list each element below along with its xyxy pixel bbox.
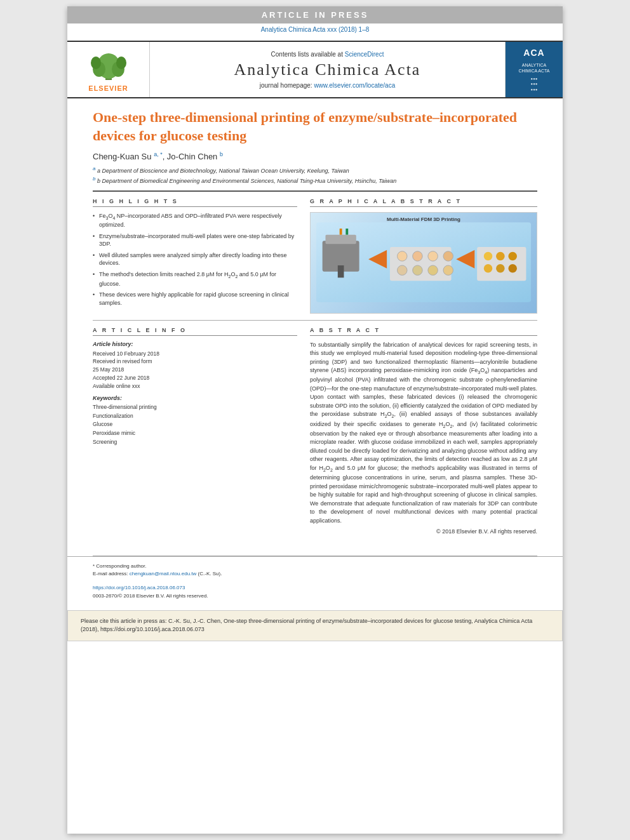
highlights-header: H I G H L I G H T S xyxy=(93,198,297,207)
rights-text: 0003-2670/© 2018 Elsevier B.V. All right… xyxy=(93,593,537,599)
available-online: Available online xxx xyxy=(93,382,297,390)
elsevier-tree-icon xyxy=(86,47,131,82)
svg-rect-23 xyxy=(477,247,526,281)
article-info-header: A R T I C L E I N F O xyxy=(93,327,297,336)
keywords-label: Keywords: xyxy=(93,395,297,401)
highlights-col: H I G H L I G H T S Fe3O4 NP–incorporate… xyxy=(93,198,297,314)
doi-line: Analytica Chimica Acta xxx (2018) 1–8 xyxy=(67,23,563,36)
article-in-press-banner: ARTICLE IN PRESS xyxy=(67,6,563,23)
email-suffix: (C.-K. Su). xyxy=(198,571,222,577)
highlight-3: Well diluted samples were analyzed simpl… xyxy=(93,251,297,267)
divider-after-affiliations xyxy=(93,190,537,192)
svg-point-29 xyxy=(508,264,517,273)
citation-text: Please cite this article in press as: C.… xyxy=(81,618,532,633)
svg-point-19 xyxy=(413,265,422,275)
keyword-1: Three-dimensional printing xyxy=(93,403,297,412)
highlight-1: Fe3O4 NP–incorporated ABS and OPD–infilt… xyxy=(93,212,297,229)
copyright-text: © 2018 Elsevier B.V. All rights reserved… xyxy=(310,528,537,537)
svg-point-24 xyxy=(484,252,493,261)
svg-point-20 xyxy=(428,265,438,275)
footer-area: * Corresponding author. E-mail address: … xyxy=(67,556,563,605)
highlight-2: Enzyme/substrate–incorporated multi-well… xyxy=(93,232,297,248)
homepage-line: journal homepage: www.elsevier.com/locat… xyxy=(260,82,395,89)
revised-date: 25 May 2018 xyxy=(93,366,297,374)
accepted-date: Accepted 22 June 2018 xyxy=(93,374,297,382)
svg-point-28 xyxy=(496,264,505,273)
article-title: One-step three-dimensional printing of e… xyxy=(93,109,537,145)
svg-point-4 xyxy=(91,57,101,69)
history-label: Article history: xyxy=(93,341,297,347)
info-abstract-section: A R T I C L E I N F O Article history: R… xyxy=(93,327,537,537)
journal-center: Contents lists available at ScienceDirec… xyxy=(150,42,506,97)
contents-label: Contents lists available at ScienceDirec… xyxy=(271,51,384,58)
banner-text: ARTICLE IN PRESS xyxy=(262,10,369,20)
doi-footer-link[interactable]: https://doi.org/10.1016/j.aca.2018.06.07… xyxy=(93,585,537,590)
svg-point-21 xyxy=(443,265,453,275)
email-line: E-mail address: chengkuan@mail.ntou.edu.… xyxy=(93,571,537,577)
highlights-graphical-section: H I G H L I G H T S Fe3O4 NP–incorporate… xyxy=(93,198,537,314)
abstract-header: A B S T R A C T xyxy=(310,327,537,336)
article-page: ARTICLE IN PRESS Analytica Chimica Acta … xyxy=(67,6,563,834)
svg-point-26 xyxy=(508,252,517,261)
svg-point-25 xyxy=(496,252,505,261)
main-content: One-step three-dimensional printing of e… xyxy=(67,98,563,556)
keyword-2: Functionalization xyxy=(93,412,297,421)
abstract-text: To substantially simplify the fabricatio… xyxy=(310,341,537,537)
keyword-5: Screening xyxy=(93,438,297,447)
graphical-abstract-image: Multi-Material FDM 3D Printing xyxy=(310,212,537,314)
highlight-5: These devices were highly applicable for… xyxy=(93,291,297,307)
divider-mid xyxy=(93,320,537,321)
graphical-abstract-header: G R A P H I C A L A B S T R A C T xyxy=(310,198,537,207)
keyword-4: Peroxidase mimic xyxy=(93,429,297,438)
citation-box: Please cite this article in press as: C.… xyxy=(67,610,563,641)
graphical-abstract-svg xyxy=(316,220,531,305)
ga-label: Multi-Material FDM 3D Printing xyxy=(387,217,460,222)
revised-label: Received in revised form xyxy=(93,357,297,366)
svg-rect-9 xyxy=(338,265,344,277)
elsevier-label: ELSEVIER xyxy=(88,84,128,92)
svg-point-17 xyxy=(443,251,453,261)
journal-right-logo: ACA ANALYTICACHIMICA ACTA ●●●●●●●●● xyxy=(506,42,563,97)
keyword-3: Glucose xyxy=(93,420,297,429)
doi-line-text: Analytica Chimica Acta xxx (2018) 1–8 xyxy=(261,26,370,33)
received-date: Received 10 February 2018 xyxy=(93,350,297,358)
highlight-4: The method's detection limits reached 2.… xyxy=(93,270,297,288)
elsevier-logo-area: ELSEVIER xyxy=(67,42,150,97)
graphical-abstract-col: G R A P H I C A L A B S T R A C T Multi-… xyxy=(310,198,537,314)
corresponding-note: * Corresponding author. xyxy=(93,563,537,569)
svg-point-16 xyxy=(428,251,438,261)
abstract-col: A B S T R A C T To substantially simplif… xyxy=(310,327,537,537)
svg-point-15 xyxy=(413,251,422,261)
svg-point-27 xyxy=(484,264,493,273)
email-link[interactable]: chengkuan@mail.ntou.edu.tw xyxy=(130,571,197,577)
svg-point-5 xyxy=(116,57,126,69)
affiliation-a: a a Department of Bioscience and Biotech… xyxy=(93,166,537,174)
affiliation-b: b b Department of Biomedical Engineering… xyxy=(93,176,537,184)
journal-logo-text: ACA ANALYTICACHIMICA ACTA ●●●●●●●●● xyxy=(519,47,550,92)
svg-point-14 xyxy=(397,251,406,261)
svg-point-18 xyxy=(397,265,406,275)
journal-title: Analytica Chimica Acta xyxy=(234,60,421,79)
article-info-col: A R T I C L E I N F O Article history: R… xyxy=(93,327,297,537)
journal-header: ELSEVIER Contents lists available at Sci… xyxy=(67,41,563,98)
authors-line: Cheng-Kuan Su a, *, Jo-Chin Chen b xyxy=(93,151,537,161)
email-label: E-mail address: xyxy=(93,571,128,577)
svg-rect-8 xyxy=(325,235,356,244)
homepage-link[interactable]: www.elsevier.com/locate/aca xyxy=(314,82,395,89)
science-direct-link[interactable]: ScienceDirect xyxy=(345,51,384,58)
